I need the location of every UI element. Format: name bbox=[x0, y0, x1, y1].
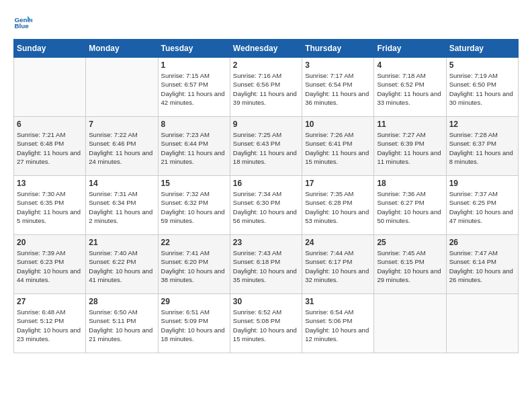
day-detail: Sunrise: 6:51 AM Sunset: 5:09 PM Dayligh… bbox=[161, 308, 227, 343]
calendar-cell: 20Sunrise: 7:39 AM Sunset: 6:23 PM Dayli… bbox=[14, 235, 86, 294]
day-number: 18 bbox=[377, 179, 443, 188]
logo-icon: General Blue bbox=[13, 13, 32, 32]
day-detail: Sunrise: 6:48 AM Sunset: 5:12 PM Dayligh… bbox=[17, 308, 83, 343]
weekday-header-friday: Friday bbox=[374, 40, 446, 58]
day-number: 8 bbox=[161, 120, 227, 129]
day-detail: Sunrise: 7:41 AM Sunset: 6:20 PM Dayligh… bbox=[161, 248, 227, 284]
week-row-4: 20Sunrise: 7:39 AM Sunset: 6:23 PM Dayli… bbox=[14, 235, 519, 294]
day-detail: Sunrise: 7:30 AM Sunset: 6:35 PM Dayligh… bbox=[17, 189, 83, 225]
weekday-header-saturday: Saturday bbox=[446, 40, 518, 58]
day-detail: Sunrise: 7:34 AM Sunset: 6:30 PM Dayligh… bbox=[233, 189, 299, 225]
calendar-cell: 4Sunrise: 7:18 AM Sunset: 6:52 PM Daylig… bbox=[374, 58, 446, 117]
calendar-cell: 6Sunrise: 7:21 AM Sunset: 6:48 PM Daylig… bbox=[14, 117, 86, 176]
day-detail: Sunrise: 7:27 AM Sunset: 6:39 PM Dayligh… bbox=[377, 130, 443, 166]
day-number: 1 bbox=[161, 60, 227, 70]
day-detail: Sunrise: 7:44 AM Sunset: 6:17 PM Dayligh… bbox=[305, 248, 371, 284]
day-detail: Sunrise: 7:22 AM Sunset: 6:46 PM Dayligh… bbox=[89, 130, 154, 166]
day-detail: Sunrise: 7:19 AM Sunset: 6:50 PM Dayligh… bbox=[449, 71, 515, 107]
weekday-header-row: SundayMondayTuesdayWednesdayThursdayFrid… bbox=[14, 40, 519, 58]
day-detail: Sunrise: 6:54 AM Sunset: 5:06 PM Dayligh… bbox=[305, 308, 371, 343]
day-number: 17 bbox=[305, 179, 371, 188]
day-number: 26 bbox=[449, 238, 515, 247]
day-number: 12 bbox=[449, 120, 515, 129]
calendar-cell: 5Sunrise: 7:19 AM Sunset: 6:50 PM Daylig… bbox=[446, 58, 518, 117]
day-detail: Sunrise: 7:39 AM Sunset: 6:23 PM Dayligh… bbox=[17, 248, 83, 284]
weekday-header-sunday: Sunday bbox=[14, 40, 86, 58]
day-detail: Sunrise: 7:23 AM Sunset: 6:44 PM Dayligh… bbox=[161, 130, 227, 166]
calendar-cell bbox=[446, 294, 518, 353]
calendar-cell: 13Sunrise: 7:30 AM Sunset: 6:35 PM Dayli… bbox=[14, 176, 86, 235]
day-number: 30 bbox=[233, 297, 299, 306]
calendar-cell: 23Sunrise: 7:43 AM Sunset: 6:18 PM Dayli… bbox=[230, 235, 302, 294]
day-number: 9 bbox=[233, 120, 299, 129]
calendar-cell: 24Sunrise: 7:44 AM Sunset: 6:17 PM Dayli… bbox=[302, 235, 374, 294]
page-header: General Blue bbox=[13, 13, 519, 32]
day-number: 27 bbox=[17, 297, 83, 306]
calendar-cell: 16Sunrise: 7:34 AM Sunset: 6:30 PM Dayli… bbox=[230, 176, 302, 235]
week-row-1: 1Sunrise: 7:15 AM Sunset: 6:57 PM Daylig… bbox=[14, 58, 519, 117]
day-detail: Sunrise: 7:43 AM Sunset: 6:18 PM Dayligh… bbox=[233, 248, 299, 284]
calendar-cell: 1Sunrise: 7:15 AM Sunset: 6:57 PM Daylig… bbox=[158, 58, 230, 117]
calendar-cell: 8Sunrise: 7:23 AM Sunset: 6:44 PM Daylig… bbox=[158, 117, 230, 176]
calendar-cell: 11Sunrise: 7:27 AM Sunset: 6:39 PM Dayli… bbox=[374, 117, 446, 176]
day-number: 28 bbox=[89, 297, 154, 306]
calendar-cell: 3Sunrise: 7:17 AM Sunset: 6:54 PM Daylig… bbox=[302, 58, 374, 117]
calendar-cell: 21Sunrise: 7:40 AM Sunset: 6:22 PM Dayli… bbox=[86, 235, 158, 294]
calendar-cell: 19Sunrise: 7:37 AM Sunset: 6:25 PM Dayli… bbox=[446, 176, 518, 235]
calendar-cell: 30Sunrise: 6:52 AM Sunset: 5:08 PM Dayli… bbox=[230, 294, 302, 353]
calendar-cell: 10Sunrise: 7:26 AM Sunset: 6:41 PM Dayli… bbox=[302, 117, 374, 176]
calendar-cell: 7Sunrise: 7:22 AM Sunset: 6:46 PM Daylig… bbox=[86, 117, 158, 176]
day-number: 19 bbox=[449, 179, 515, 188]
day-number: 4 bbox=[377, 60, 443, 70]
svg-text:Blue: Blue bbox=[14, 22, 29, 30]
day-detail: Sunrise: 7:17 AM Sunset: 6:54 PM Dayligh… bbox=[305, 71, 371, 107]
calendar-cell: 22Sunrise: 7:41 AM Sunset: 6:20 PM Dayli… bbox=[158, 235, 230, 294]
calendar-cell: 17Sunrise: 7:35 AM Sunset: 6:28 PM Dayli… bbox=[302, 176, 374, 235]
calendar-cell: 14Sunrise: 7:31 AM Sunset: 6:34 PM Dayli… bbox=[86, 176, 158, 235]
week-row-5: 27Sunrise: 6:48 AM Sunset: 5:12 PM Dayli… bbox=[14, 294, 519, 353]
day-number: 3 bbox=[305, 60, 371, 70]
day-number: 2 bbox=[233, 60, 299, 70]
day-number: 24 bbox=[305, 238, 371, 247]
calendar-cell bbox=[14, 58, 86, 117]
day-detail: Sunrise: 7:35 AM Sunset: 6:28 PM Dayligh… bbox=[305, 189, 371, 225]
calendar-cell: 9Sunrise: 7:25 AM Sunset: 6:43 PM Daylig… bbox=[230, 117, 302, 176]
day-number: 7 bbox=[89, 120, 154, 129]
day-number: 6 bbox=[17, 120, 83, 129]
day-detail: Sunrise: 7:18 AM Sunset: 6:52 PM Dayligh… bbox=[377, 71, 443, 107]
day-number: 13 bbox=[17, 179, 83, 188]
calendar-cell bbox=[86, 58, 158, 117]
weekday-header-monday: Monday bbox=[86, 40, 158, 58]
day-number: 14 bbox=[89, 179, 154, 188]
day-detail: Sunrise: 7:40 AM Sunset: 6:22 PM Dayligh… bbox=[89, 248, 154, 284]
day-detail: Sunrise: 7:47 AM Sunset: 6:14 PM Dayligh… bbox=[449, 248, 515, 284]
day-detail: Sunrise: 7:15 AM Sunset: 6:57 PM Dayligh… bbox=[161, 71, 227, 107]
calendar-cell: 12Sunrise: 7:28 AM Sunset: 6:37 PM Dayli… bbox=[446, 117, 518, 176]
weekday-header-tuesday: Tuesday bbox=[158, 40, 230, 58]
day-detail: Sunrise: 7:26 AM Sunset: 6:41 PM Dayligh… bbox=[305, 130, 371, 166]
calendar-table: SundayMondayTuesdayWednesdayThursdayFrid… bbox=[13, 39, 519, 353]
day-number: 15 bbox=[161, 179, 227, 188]
calendar-cell: 2Sunrise: 7:16 AM Sunset: 6:56 PM Daylig… bbox=[230, 58, 302, 117]
calendar-cell: 29Sunrise: 6:51 AM Sunset: 5:09 PM Dayli… bbox=[158, 294, 230, 353]
calendar-cell bbox=[374, 294, 446, 353]
calendar-cell: 18Sunrise: 7:36 AM Sunset: 6:27 PM Dayli… bbox=[374, 176, 446, 235]
day-number: 31 bbox=[305, 297, 371, 306]
day-detail: Sunrise: 7:28 AM Sunset: 6:37 PM Dayligh… bbox=[449, 130, 515, 166]
day-detail: Sunrise: 7:25 AM Sunset: 6:43 PM Dayligh… bbox=[233, 130, 299, 166]
day-detail: Sunrise: 7:45 AM Sunset: 6:15 PM Dayligh… bbox=[377, 248, 443, 284]
day-number: 23 bbox=[233, 238, 299, 247]
day-detail: Sunrise: 7:36 AM Sunset: 6:27 PM Dayligh… bbox=[377, 189, 443, 225]
day-number: 22 bbox=[161, 238, 227, 247]
day-number: 21 bbox=[89, 238, 154, 247]
day-number: 20 bbox=[17, 238, 83, 247]
day-number: 29 bbox=[161, 297, 227, 306]
day-number: 11 bbox=[377, 120, 443, 129]
calendar-cell: 25Sunrise: 7:45 AM Sunset: 6:15 PM Dayli… bbox=[374, 235, 446, 294]
calendar-cell: 15Sunrise: 7:32 AM Sunset: 6:32 PM Dayli… bbox=[158, 176, 230, 235]
calendar-cell: 27Sunrise: 6:48 AM Sunset: 5:12 PM Dayli… bbox=[14, 294, 86, 353]
week-row-2: 6Sunrise: 7:21 AM Sunset: 6:48 PM Daylig… bbox=[14, 117, 519, 176]
day-detail: Sunrise: 7:37 AM Sunset: 6:25 PM Dayligh… bbox=[449, 189, 515, 225]
weekday-header-thursday: Thursday bbox=[302, 40, 374, 58]
week-row-3: 13Sunrise: 7:30 AM Sunset: 6:35 PM Dayli… bbox=[14, 176, 519, 235]
